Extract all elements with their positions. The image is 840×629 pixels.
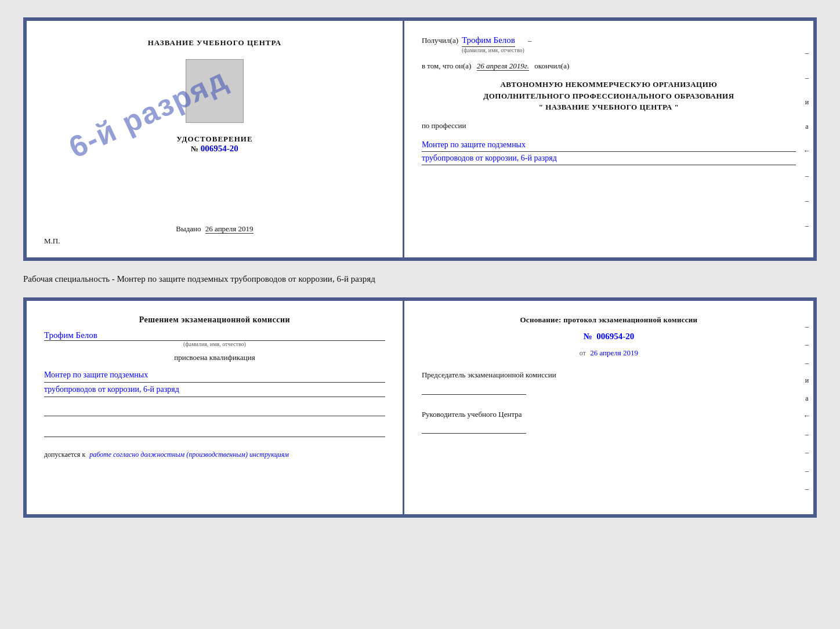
issued-date-block: Выдано 26 апреля 2019 [176,219,253,234]
profession-block: Монтер по защите подземных трубопроводов… [422,139,796,166]
date-prefix: в том, что он(а) [422,61,472,70]
blank-line-2 [44,426,385,437]
profession-value2: трубопроводов от коррозии, 6-й разряд [422,152,796,165]
page-wrapper: НАЗВАНИЕ УЧЕБНОГО ЦЕНТРА УДОСТОВЕРЕНИЕ №… [0,0,840,535]
bottom-cert-left: Решением экзаменационной комиссии Трофим… [27,301,404,514]
commission-title: Решением экзаменационной комиссии [44,315,385,325]
protocol-number-block: № 006954-20 [422,332,796,341]
date-line: в том, что он(а) 26 апреля 2019г. окончи… [422,61,796,71]
received-label: Получил(а) [422,36,458,45]
mp-label: М.П. [44,237,60,246]
admission-prefix: допускается к [44,450,85,459]
profession-value1: Монтер по защите подземных [422,139,796,152]
basis-title: Основание: протокол экзаменационной коми… [422,315,796,325]
org-line3: " НАЗВАНИЕ УЧЕБНОГО ЦЕНТРА " [422,101,796,113]
leader-label: Руководитель учебного Центра [422,409,796,420]
photo-placeholder [186,59,244,123]
top-certificate: НАЗВАНИЕ УЧЕБНОГО ЦЕНТРА УДОСТОВЕРЕНИЕ №… [23,17,817,261]
middle-text: Рабочая специальность - Монтер по защите… [23,271,817,287]
protocol-number: 006954-20 [596,332,634,341]
cert-number-block: УДОСТОВЕРЕНИЕ № 006954-20 [176,134,252,154]
bottom-person-sublabel: (фамилия, имя, отчество) [44,341,385,347]
profession-label: по профессии [422,121,796,130]
bottom-certificate: Решением экзаменационной комиссии Трофим… [23,297,817,518]
recipient-sublabel: (фамилия, имя, отчество) [462,47,524,53]
top-cert-right: Получил(а) Трофим Белов (фамилия, имя, о… [404,21,813,257]
org-line1: АВТОНОМНУЮ НЕКОММЕРЧЕСКУЮ ОРГАНИЗАЦИЮ [422,79,796,90]
protocol-prefix: № [584,332,592,341]
protocol-date-block: от 26 апреля 2019 [422,348,796,358]
admission-value: работе согласно должностным (производств… [89,450,289,459]
cert-number: 006954-20 [201,144,238,153]
recipient-line: Получил(а) Трофим Белов (фамилия, имя, о… [422,35,796,53]
bottom-person-name: Трофим Белов [44,330,385,341]
side-decoration-lines: – – и а ← – – – [801,21,813,257]
issued-date-value: 26 апреля 2019 [205,224,254,234]
top-cert-left: НАЗВАНИЕ УЧЕБНОГО ЦЕНТРА УДОСТОВЕРЕНИЕ №… [27,21,404,257]
admission-block: допускается к работе согласно должностны… [44,450,385,459]
qualification-label: присвоена квалификация [44,353,385,362]
blank-line-1 [44,405,385,416]
leader-block: Руководитель учебного Центра [422,409,796,437]
chairman-label: Председатель экзаменационной комиссии [422,369,796,381]
org-block: АВТОНОМНУЮ НЕКОММЕРЧЕСКУЮ ОРГАНИЗАЦИЮ ДО… [422,79,796,113]
org-name-top: НАЗВАНИЕ УЧЕБНОГО ЦЕНТРА [148,38,282,48]
cert-type-label: УДОСТОВЕРЕНИЕ [176,134,252,144]
bottom-person-block: Трофим Белов (фамилия, имя, отчество) [44,330,385,347]
date-value: 26 апреля 2019г. [477,61,529,71]
qualification-block: Монтер по защите подземных трубопроводов… [44,368,385,397]
leader-sig-line [422,422,526,434]
cert-number-prefix: № [191,144,198,153]
bottom-cert-right: Основание: протокол экзаменационной коми… [404,301,813,514]
qualification-value1: Монтер по защите подземных [44,368,385,383]
issued-prefix: Выдано [176,224,201,233]
org-line2: ДОПОЛНИТЕЛЬНОГО ПРОФЕССИОНАЛЬНОГО ОБРАЗО… [422,90,796,102]
qualification-value2: трубопроводов от коррозии, 6-й разряд [44,383,385,397]
right-side-decoration: – – – и а ← – – – – [801,301,813,514]
ot-label: от [580,349,586,357]
recipient-name: Трофим Белов [462,35,515,47]
completed-label: окончил(а) [534,61,569,70]
chairman-sig-line [422,383,526,395]
protocol-date-value: 26 апреля 2019 [590,348,638,357]
chairman-block: Председатель экзаменационной комиссии [422,369,796,397]
